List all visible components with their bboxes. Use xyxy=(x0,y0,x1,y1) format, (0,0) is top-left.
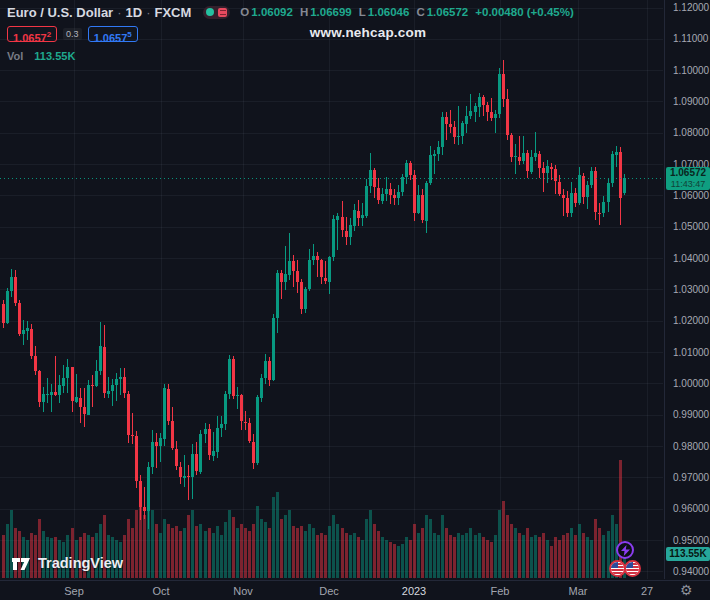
volume-bar xyxy=(284,515,287,578)
volume-bar xyxy=(566,533,569,578)
candle xyxy=(175,449,178,467)
candle xyxy=(336,216,339,219)
volume-bar xyxy=(224,522,227,578)
candle xyxy=(304,289,307,309)
lightning-icon[interactable] xyxy=(616,541,634,559)
candle xyxy=(474,106,477,111)
candle xyxy=(107,391,110,394)
sell-bid-button[interactable]: 1.06572 xyxy=(7,26,57,42)
candle xyxy=(490,112,493,117)
candle xyxy=(332,219,335,257)
volume-bar xyxy=(469,528,472,578)
price-tick-label: 0.96000 xyxy=(673,503,709,514)
volume-bar xyxy=(526,528,529,578)
price-tick-label: 1.04000 xyxy=(673,253,709,264)
time-scale[interactable]: ⚙ SepOctNovDec2023FebMar27 xyxy=(0,580,710,600)
candle xyxy=(353,210,356,225)
volume-bar xyxy=(474,535,477,578)
volume-bar xyxy=(522,535,525,578)
volume-bar xyxy=(594,519,597,578)
candle xyxy=(155,442,158,446)
candle xyxy=(586,185,589,197)
candle xyxy=(75,397,78,401)
last-price-badge: 1.06572 11:43:47 xyxy=(666,167,710,190)
gear-icon[interactable]: ⚙ xyxy=(680,582,693,598)
close-label: C xyxy=(416,6,424,18)
source-toggle[interactable] xyxy=(203,6,230,19)
candle xyxy=(58,385,61,395)
tradingview-logo[interactable]: TradingView xyxy=(11,553,123,573)
volume-bar xyxy=(212,533,215,578)
volume-bar xyxy=(373,524,376,578)
candle xyxy=(449,124,452,127)
candle xyxy=(441,117,444,147)
trading-chart-app: Euro / U.S. Dollar · 1D · FXCM O1.06092 … xyxy=(0,0,710,600)
buy-ask-button[interactable]: 1.06575 xyxy=(88,26,138,42)
volume-bar xyxy=(191,510,194,578)
volume-axis-badge: 113.55K xyxy=(666,547,710,561)
price-tick-label: 0.94000 xyxy=(673,566,709,577)
candle xyxy=(216,428,219,452)
price-tick-label: 1.12000 xyxy=(673,2,709,13)
volume-bar xyxy=(304,531,307,578)
time-tick-label: Dec xyxy=(319,585,339,597)
candlestick-chart[interactable] xyxy=(0,0,664,579)
price-tick-label: 1.06000 xyxy=(673,190,709,201)
candle xyxy=(316,256,319,260)
candle xyxy=(296,271,299,282)
volume-bar xyxy=(332,515,335,578)
volume-value: 113.55K xyxy=(34,50,75,62)
volume-bar xyxy=(461,535,464,578)
volume-bar xyxy=(377,531,380,578)
candle xyxy=(498,74,501,114)
volume-bar xyxy=(453,537,456,578)
low-label: L xyxy=(359,6,366,18)
symbol-row: Euro / U.S. Dollar · 1D · FXCM O1.06092 … xyxy=(7,4,574,20)
volume-bar xyxy=(413,524,416,578)
volume-bar xyxy=(554,537,557,578)
candle xyxy=(79,398,82,407)
volume-bar xyxy=(187,515,190,578)
candle xyxy=(397,192,400,199)
candle xyxy=(115,379,118,385)
volume-bar xyxy=(195,526,198,578)
candle xyxy=(393,195,396,198)
candle xyxy=(486,105,489,112)
volume-bar xyxy=(155,524,158,578)
candle xyxy=(602,202,605,213)
volume-row: Vol 113.55K xyxy=(7,50,574,62)
volume-bar xyxy=(260,519,263,578)
candle xyxy=(288,261,291,275)
candle xyxy=(308,260,311,290)
volume-bar xyxy=(167,524,170,578)
candle xyxy=(425,183,428,221)
candle xyxy=(578,175,581,203)
volume-bar xyxy=(183,528,186,578)
open-value: 1.06092 xyxy=(251,6,293,18)
volume-bar xyxy=(574,535,577,578)
price-scale[interactable]: 1.06572 11:43:47 113.55K 1.120001.110001… xyxy=(664,0,710,579)
candle xyxy=(131,435,134,436)
candle xyxy=(50,392,53,395)
volume-bar xyxy=(159,533,162,578)
price-tick-label: 1.00000 xyxy=(673,378,709,389)
candle xyxy=(46,394,49,395)
volume-bar xyxy=(530,537,533,578)
candle xyxy=(66,367,69,378)
us-flag-icons[interactable] xyxy=(609,560,641,577)
candle xyxy=(550,167,553,170)
volume-bar xyxy=(409,540,412,578)
candle xyxy=(598,213,601,214)
volume-bar xyxy=(397,546,400,578)
volume-bar xyxy=(131,528,134,578)
volume-bar xyxy=(441,515,444,578)
time-tick-label: Nov xyxy=(233,585,253,597)
volume-bar xyxy=(602,535,605,578)
candle xyxy=(179,467,182,478)
volume-bar xyxy=(486,540,489,578)
volume-bar xyxy=(127,519,130,578)
exchange-label: FXCM xyxy=(155,5,192,20)
candle xyxy=(220,424,223,428)
volume-bar xyxy=(465,533,468,578)
candle xyxy=(71,367,74,401)
